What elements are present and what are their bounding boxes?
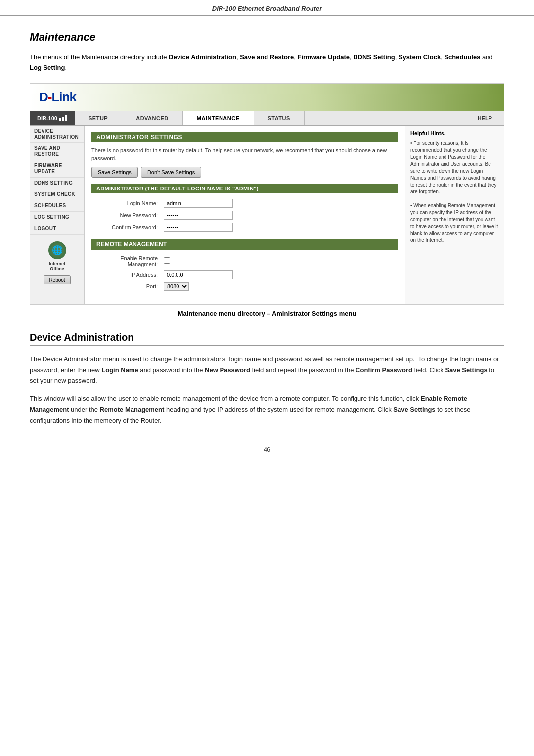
new-password-label: New Password: [91, 209, 161, 221]
admin-button-row: Save Settings Don't Save Settings [91, 167, 398, 178]
page-number: 46 [30, 446, 504, 453]
sidebar-item-schedules[interactable]: Schedules [30, 200, 84, 212]
router-ui-mockup: D-Link DIR-100 Setup Advanced [30, 83, 504, 305]
sidebar-item-device-admin[interactable]: DeviceAdministration [30, 126, 84, 143]
ip-address-row: IP Address: 0.0.0.0 [91, 269, 398, 281]
device-admin-paragraph-2: This window will also allow the user to … [30, 393, 504, 426]
enable-remote-label: Enable Remote Managment: [91, 254, 161, 269]
header-title: DIR-100 Ethernet Broadband Router [212, 5, 322, 12]
nav-tabs: Setup Advanced Maintenance Status [75, 111, 466, 125]
ip-address-label: IP Address: [91, 269, 161, 281]
bar2 [62, 117, 64, 121]
help-title: Helpful Hints. [410, 130, 499, 137]
device-admin-title: Device Administration [30, 332, 504, 346]
internet-icon: 🌐 [48, 241, 66, 259]
enable-remote-row: Enable Remote Managment: [91, 254, 398, 269]
admin-settings-header: Administrator Settings [91, 132, 398, 142]
bar3 [65, 115, 67, 121]
help-panel: Helpful Hints. • For security reasons, i… [405, 126, 504, 304]
new-password-input[interactable] [164, 211, 233, 220]
dlink-header: D-Link [30, 84, 504, 111]
help-hint-1: • For security reasons, it is recommende… [410, 140, 499, 195]
admin-description: There is no password for this router by … [91, 146, 398, 163]
tab-advanced[interactable]: Advanced [122, 111, 183, 125]
port-select[interactable]: 8080 80 443 [164, 282, 189, 291]
page-header: DIR-100 Ethernet Broadband Router [0, 0, 534, 16]
tab-help[interactable]: Help [466, 111, 504, 125]
confirm-password-row: Confirm Password: [91, 221, 398, 233]
enable-remote-checkbox[interactable] [164, 257, 170, 264]
intro-paragraph: The menus of the Maintenance directory i… [30, 52, 504, 73]
router-content: DeviceAdministration Save and Restore Fi… [30, 126, 504, 304]
device-admin-paragraph-1: The Device Administrator menu is used to… [30, 354, 504, 386]
internet-status: 🌐 InternetOffline Reboot [30, 236, 84, 289]
sidebar-item-save-restore[interactable]: Save and Restore [30, 143, 84, 160]
model-badge: DIR-100 [30, 111, 75, 125]
internet-label: InternetOffline [49, 261, 65, 271]
sidebar-item-log-setting[interactable]: Log Setting [30, 212, 84, 223]
admin-login-form: Login Name: New Password: Confirm Passwo… [91, 197, 398, 233]
signal-bars [59, 115, 67, 121]
login-name-row: Login Name: [91, 197, 398, 209]
confirm-password-input[interactable] [164, 223, 233, 232]
login-name-label: Login Name: [91, 197, 161, 209]
dlink-logo: D-Link [39, 90, 495, 105]
sidebar-item-ddns[interactable]: DDNS Setting [30, 178, 84, 189]
section-title-maintenance: Maintenance [30, 31, 504, 44]
ip-address-input[interactable]: 0.0.0.0 [164, 270, 233, 279]
model-label: DIR-100 [37, 115, 57, 121]
nav-bar: DIR-100 Setup Advanced Maintenance [30, 111, 504, 126]
save-settings-button[interactable]: Save Settings [91, 167, 138, 178]
sidebar-item-firmware[interactable]: Firmware Update [30, 160, 84, 178]
tab-setup[interactable]: Setup [75, 111, 122, 125]
help-hint-2: • When enabling Remote Management, you c… [410, 202, 499, 244]
sidebar-item-logout[interactable]: Logout [30, 223, 84, 235]
confirm-password-label: Confirm Password: [91, 221, 161, 233]
remote-mgmt-header: Remote Management [91, 239, 398, 250]
reboot-button[interactable]: Reboot [44, 275, 70, 284]
login-name-input[interactable] [164, 199, 233, 208]
tab-status[interactable]: Status [254, 111, 305, 125]
port-label: Port: [91, 281, 161, 292]
bar1 [59, 118, 61, 121]
remote-mgmt-form: Enable Remote Managment: IP Address: 0.0… [91, 254, 398, 292]
dont-save-settings-button[interactable]: Don't Save Settings [141, 167, 201, 178]
sidebar-item-system-check[interactable]: System Check [30, 189, 84, 200]
admin-login-header: Administrator (The Default Login Name Is… [91, 184, 398, 193]
sidebar: DeviceAdministration Save and Restore Fi… [30, 126, 85, 304]
tab-maintenance[interactable]: Maintenance [183, 111, 254, 125]
new-password-row: New Password: [91, 209, 398, 221]
main-panel: Administrator Settings There is no passw… [85, 126, 405, 304]
router-caption: Maintenance menu directory – Aministrato… [30, 310, 504, 317]
port-row: Port: 8080 80 443 [91, 281, 398, 292]
